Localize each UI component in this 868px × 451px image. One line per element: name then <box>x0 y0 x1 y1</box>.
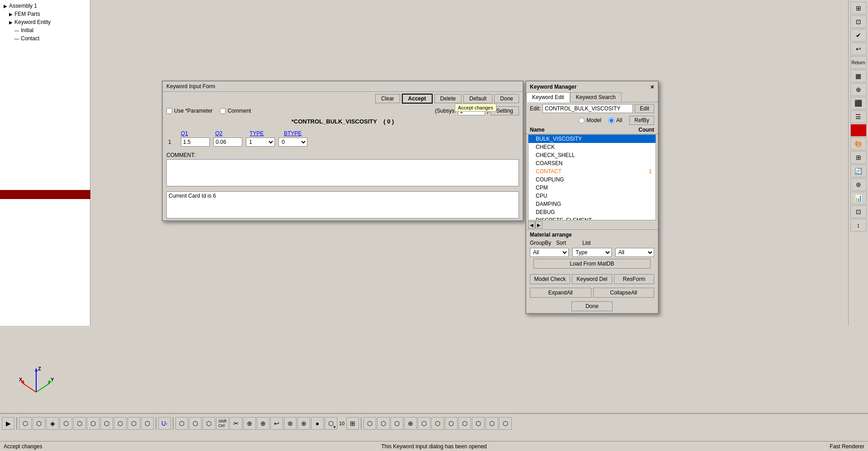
sidebar-icon-11[interactable]: 🔄 <box>850 165 867 177</box>
model-radio[interactable] <box>579 118 585 123</box>
sidebar-icon-13[interactable]: 📊 <box>850 192 867 204</box>
toolbar-btn-o[interactable]: ✂ <box>230 417 242 430</box>
list-item-discrete-element[interactable]: DISCRETE_ELEMENT <box>528 216 656 220</box>
toolbar-btn-c[interactable]: ◈ <box>46 417 59 430</box>
toolbar-btn-l[interactable]: ⬡ <box>175 417 188 430</box>
list-item-check-shell[interactable]: CHECK_SHELL <box>528 151 656 159</box>
toolbar-btn-u[interactable]: ● <box>311 417 324 430</box>
toolbar-btn-ae[interactable]: ⬡ <box>458 417 471 430</box>
toolbar-btn-h[interactable]: ⬡ <box>114 417 127 430</box>
toolbar-btn-aa[interactable]: ⊕ <box>404 417 417 430</box>
list-item-cpm[interactable]: CPM <box>528 184 656 192</box>
toolbar-btn-k[interactable]: U· <box>158 417 171 430</box>
tree-item-contact[interactable]: — Contact <box>2 34 88 43</box>
toolbar-btn-w[interactable]: ⊞ <box>346 417 359 430</box>
default-button[interactable]: Default <box>463 94 492 103</box>
toolbar-btn-af[interactable]: ⬡ <box>472 417 485 430</box>
all-radio[interactable] <box>609 118 614 123</box>
comment-checkbox[interactable]: Comment <box>220 108 251 114</box>
sidebar-icon-14[interactable]: ⊡ <box>850 205 867 218</box>
list-item-coarsen[interactable]: COARSEN <box>528 159 656 167</box>
sort-select[interactable]: Type <box>572 248 611 257</box>
toolbar-btn-m[interactable]: ⬡ <box>189 417 202 430</box>
toolbar-shift-alt[interactable]: ShiftCtrl <box>216 417 229 430</box>
toolbar-btn-t[interactable]: ⊕ <box>297 417 310 430</box>
toolbar-btn-ad[interactable]: ⬡ <box>445 417 458 430</box>
refby-button[interactable]: RefBy <box>629 116 654 125</box>
list-item-cpu[interactable]: CPU <box>528 192 656 200</box>
res-form-button[interactable]: ResForm <box>614 274 654 284</box>
toolbar-btn-v[interactable]: ⬡▼ <box>325 417 337 430</box>
toolbar-btn-n[interactable]: ⬡ <box>203 417 215 430</box>
km-list[interactable]: BULK_VISCOSITY CHECK CHECK_SHELL COARSEN… <box>528 134 656 220</box>
sidebar-icon-2[interactable]: ⊡ <box>850 15 867 28</box>
use-parameter-input[interactable] <box>166 108 172 114</box>
sidebar-icon-6[interactable]: ⊕ <box>850 83 867 96</box>
toolbar-btn-s[interactable]: ⊛ <box>284 417 297 430</box>
expand-all-button[interactable]: ExpandAll <box>530 288 591 298</box>
list-select[interactable]: All <box>615 248 654 257</box>
toolbar-arrow-btn[interactable]: ▶ <box>2 417 14 430</box>
sidebar-icon-8[interactable]: ☰ <box>850 110 867 123</box>
toolbar-btn-x[interactable]: ⬡ <box>363 417 376 430</box>
comment-input[interactable] <box>220 108 226 114</box>
list-item-coupling[interactable]: COUPLING <box>528 176 656 184</box>
list-item-bulk-viscosity[interactable]: BULK_VISCOSITY <box>528 135 656 143</box>
km-done-button[interactable]: Done <box>571 301 613 311</box>
toolbar-btn-p[interactable]: ⊕ <box>243 417 256 430</box>
q1-input[interactable] <box>181 138 210 147</box>
q1-label[interactable]: Q1 <box>181 130 212 137</box>
delete-button[interactable]: Delete <box>434 94 462 103</box>
sidebar-icon-7[interactable]: ⬛ <box>850 97 867 109</box>
toolbar-btn-y[interactable]: ⬡ <box>377 417 390 430</box>
clear-button[interactable]: Clear <box>375 94 400 103</box>
list-item-damping[interactable]: DAMPING <box>528 200 656 208</box>
km-close-button[interactable]: × <box>651 83 654 90</box>
tree-item-keyword-entity[interactable]: ▶ Keyword Entity <box>2 18 88 26</box>
all-radio-group[interactable]: All <box>609 117 622 123</box>
sidebar-icon-3[interactable]: ✔ <box>850 29 867 42</box>
sidebar-icon-15[interactable]: ↕ <box>850 219 867 232</box>
toolbar-btn-b[interactable]: ⬡ <box>33 417 45 430</box>
km-nav-left[interactable]: ◀ <box>528 221 535 228</box>
sidebar-icon-12[interactable]: ⊛ <box>850 178 867 191</box>
groupby-select[interactable]: All <box>530 248 569 257</box>
toolbar-btn-g[interactable]: ⬡ <box>100 417 113 430</box>
toolbar-btn-d[interactable]: ⬡ <box>60 417 72 430</box>
list-item-debug[interactable]: DEBUG <box>528 208 656 216</box>
q2-input[interactable] <box>213 138 242 147</box>
model-check-button[interactable]: Model Check <box>530 274 570 284</box>
km-nav-right[interactable]: ▶ <box>535 221 542 228</box>
toolbar-btn-ag[interactable]: ⬡ <box>486 417 498 430</box>
toolbar-btn-ab[interactable]: ⬡ <box>418 417 430 430</box>
toolbar-btn-z[interactable]: ⬡ <box>391 417 403 430</box>
btype-label[interactable]: BTYPE <box>284 130 315 137</box>
toolbar-btn-e[interactable]: ⬡ <box>73 417 86 430</box>
tab-keyword-edit[interactable]: Keyword Edit <box>526 92 570 102</box>
use-parameter-checkbox[interactable]: Use *Parameter <box>166 108 212 114</box>
sidebar-icon-1[interactable]: ⊞ <box>850 2 867 14</box>
type-select[interactable]: 120 <box>246 138 275 147</box>
tree-item-fem-parts[interactable]: ▶ FEM Parts <box>2 10 88 18</box>
toolbar-btn-ac[interactable]: ⬡ <box>431 417 444 430</box>
comment-textarea[interactable] <box>166 159 519 186</box>
ms-icon[interactable]: MS <box>850 124 867 137</box>
sidebar-icon-return[interactable]: Return <box>850 56 867 69</box>
list-item-contact[interactable]: CONTACT 1 <box>528 167 656 176</box>
toolbar-btn-r[interactable]: ↩ <box>270 417 283 430</box>
accept-button[interactable]: Accept <box>402 94 433 104</box>
sidebar-icon-10[interactable]: ⊞ <box>850 151 867 164</box>
toolbar-btn-j[interactable]: ⬡ <box>141 417 154 430</box>
toolbar-btn-i[interactable]: ⬡ <box>127 417 140 430</box>
tab-keyword-search[interactable]: Keyword Search <box>570 92 622 102</box>
edit-input[interactable] <box>542 104 633 113</box>
type-label[interactable]: TYPE <box>250 130 280 137</box>
model-radio-group[interactable]: Model <box>579 117 601 123</box>
collapse-all-button[interactable]: CollapseAll <box>593 288 655 298</box>
toolbar-btn-f[interactable]: ⬡ <box>87 417 99 430</box>
done-button[interactable]: Done <box>494 94 519 103</box>
q2-label[interactable]: Q2 <box>215 130 246 137</box>
sidebar-icon-5[interactable]: ▦ <box>850 70 867 82</box>
sidebar-icon-9[interactable]: 🎨 <box>850 138 867 150</box>
tree-item-assembly[interactable]: ▶ Assembly 1 <box>2 2 88 10</box>
